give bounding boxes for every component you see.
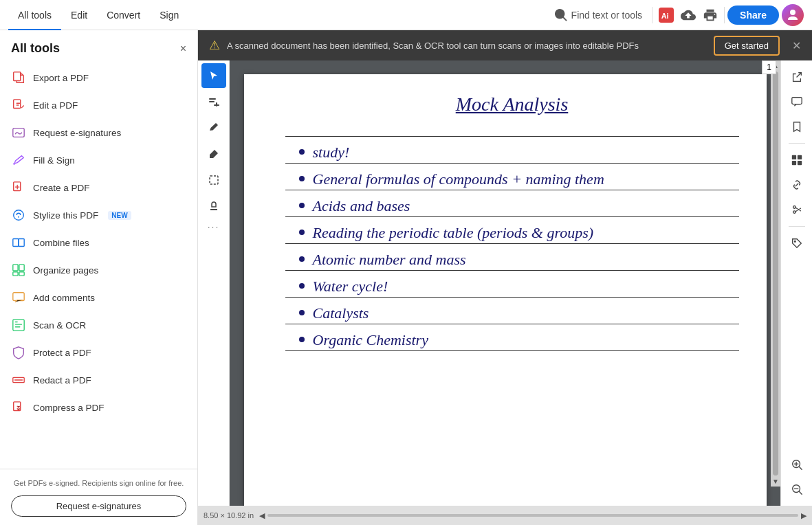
horizontal-scroll-left[interactable]: ◀	[259, 511, 265, 520]
right-comment-button[interactable]	[786, 91, 808, 113]
bullet-text-6: Catalysts	[313, 306, 369, 321]
right-scissors-button[interactable]	[786, 199, 808, 221]
horizontal-scroll-right[interactable]: ▶	[801, 511, 806, 520]
sidebar-item-edit-pdf[interactable]: Edit a PDF	[0, 91, 197, 119]
cloud-icon-btn[interactable]	[677, 4, 699, 26]
right-bookmark-button[interactable]	[786, 115, 808, 137]
organize-label: Organize pages	[33, 265, 98, 276]
bullet-item-1: General formulas of compounds + naming t…	[285, 164, 739, 190]
acrobat-icon-btn[interactable]: Ai	[655, 4, 677, 26]
svg-rect-18	[209, 98, 216, 100]
sidebar-item-organize[interactable]: Organize pages	[0, 256, 197, 284]
edit-pdf-label: Edit a PDF	[33, 100, 78, 111]
right-comment-icon	[791, 96, 803, 108]
sidebar-item-create-pdf[interactable]: Create a PDF	[0, 174, 197, 201]
sidebar-item-fill-sign[interactable]: Fill & Sign	[0, 146, 197, 174]
svg-rect-21	[214, 104, 219, 106]
scroll-thumb[interactable]	[773, 71, 778, 476]
bullet-item-6: Catalysts	[285, 298, 739, 324]
pencil-tool-button[interactable]	[201, 115, 226, 140]
right-tag-button[interactable]	[786, 232, 808, 254]
ocr-banner-text: A scanned document has been identified, …	[227, 41, 707, 51]
sidebar-item-scan-ocr[interactable]: Scan & OCR	[0, 311, 197, 339]
redact-icon	[11, 372, 26, 388]
bullet-item-0: study!	[285, 137, 739, 164]
organize-icon	[11, 262, 26, 278]
sidebar-header: All tools ×	[0, 30, 197, 61]
bullet-text-7: Organic Chemistry	[313, 333, 428, 348]
add-text-button[interactable]	[201, 89, 226, 114]
right-scissors-icon	[791, 203, 803, 216]
right-toolbar	[780, 60, 812, 506]
stamp-tool-button[interactable]	[201, 194, 226, 219]
avatar-icon	[786, 8, 800, 22]
share-button[interactable]: Share	[727, 5, 779, 25]
request-esig-footer-button[interactable]: Request e-signatures	[11, 495, 186, 517]
bullet-item-4: Atomic number and mass	[285, 244, 739, 271]
sidebar-item-combine[interactable]: Combine files	[0, 229, 197, 256]
scan-ocr-icon	[11, 317, 26, 333]
scan-ocr-label: Scan & OCR	[33, 320, 86, 331]
bullet-text-5: Water cycle!	[313, 279, 388, 294]
comments-icon	[11, 290, 26, 305]
page-dimensions: 8.50 × 10.92 in	[204, 511, 254, 520]
page-container[interactable]: Mock Analysis study! General formulas of…	[230, 60, 780, 506]
combine-icon	[11, 235, 26, 250]
vertical-scrollbar[interactable]: ▲ ▼	[771, 60, 780, 487]
bullet-dot-3	[299, 230, 305, 235]
tool-panel: ···	[198, 60, 230, 506]
sidebar-item-redact[interactable]: Redact a PDF	[0, 366, 197, 394]
pdf-title: Mock Analysis	[285, 95, 739, 114]
more-tools-indicator[interactable]: ···	[208, 221, 220, 232]
sidebar-item-request-esig[interactable]: Request e-signatures	[0, 119, 197, 146]
nav-sign[interactable]: Sign	[150, 0, 188, 30]
search-bar[interactable]: Find text or tools	[548, 6, 650, 24]
right-link-button[interactable]	[786, 174, 808, 196]
sidebar-close-button[interactable]: ×	[180, 43, 186, 55]
sidebar-item-comments[interactable]: Add comments	[0, 284, 197, 311]
get-started-button[interactable]: Get started	[714, 36, 780, 56]
selection-tool-button[interactable]	[201, 168, 226, 192]
select-tool-button[interactable]	[201, 63, 226, 88]
main-layout: All tools × Export a PDF Edit a PDF	[0, 30, 812, 525]
ocr-banner: ⚠ A scanned document has been identified…	[198, 30, 812, 60]
svg-rect-3	[14, 100, 21, 109]
ocr-banner-close-button[interactable]: ✕	[792, 39, 801, 52]
right-grid-button[interactable]	[786, 149, 808, 171]
nav-all-tools[interactable]: All tools	[8, 0, 61, 30]
svg-rect-2	[14, 72, 21, 81]
eraser-tool-button[interactable]	[201, 142, 226, 166]
print-icon-btn[interactable]	[699, 4, 721, 26]
cloud-upload-icon	[681, 8, 696, 23]
sidebar: All tools × Export a PDF Edit a PDF	[0, 30, 198, 525]
svg-point-6	[14, 210, 24, 221]
sidebar-scroll[interactable]: Export a PDF Edit a PDF Request e-signat…	[0, 61, 197, 469]
bullet-item-5: Water cycle!	[285, 271, 739, 298]
zoom-out-button[interactable]	[786, 478, 808, 500]
right-export-button[interactable]	[786, 66, 808, 88]
sidebar-item-export-pdf[interactable]: Export a PDF	[0, 64, 197, 91]
edit-pdf-icon	[11, 98, 26, 113]
bullet-dot-6	[299, 310, 305, 315]
compress-icon	[11, 400, 26, 415]
svg-rect-10	[13, 265, 18, 271]
avatar[interactable]	[782, 4, 804, 26]
scroll-down-arrow[interactable]: ▼	[772, 478, 779, 485]
nav-convert[interactable]: Convert	[97, 0, 150, 30]
right-separator-1	[789, 143, 805, 144]
svg-rect-22	[210, 176, 218, 184]
sidebar-item-stylize-pdf[interactable]: Stylize this PDF NEW	[0, 201, 197, 229]
svg-rect-24	[791, 155, 795, 159]
nav-edit[interactable]: Edit	[61, 0, 97, 30]
sidebar-item-protect[interactable]: Protect a PDF	[0, 339, 197, 366]
horizontal-scrollbar[interactable]	[267, 514, 798, 517]
bullet-dot-5	[299, 283, 305, 289]
svg-rect-15	[13, 320, 24, 331]
svg-text:Ai: Ai	[661, 11, 669, 19]
sidebar-item-compress[interactable]: Compress a PDF	[0, 394, 197, 421]
protect-label: Protect a PDF	[33, 348, 91, 358]
zoom-in-button[interactable]	[786, 454, 808, 476]
bullet-text-2: Acids and bases	[313, 199, 410, 214]
search-icon	[555, 9, 567, 21]
comments-label: Add comments	[33, 293, 95, 303]
